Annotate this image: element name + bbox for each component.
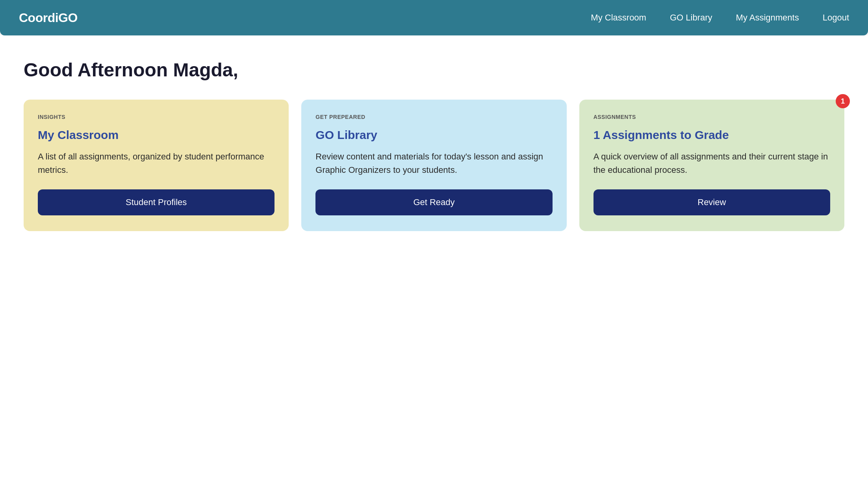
greeting-text: Good Afternoon Magda, [24,59,844,81]
assignments-badge: 1 [836,94,850,108]
nav-my-classroom[interactable]: My Classroom [591,13,646,23]
card-assignments-category: ASSIGNMENTS [594,114,830,120]
cards-container: INSIGHTS My Classroom A list of all assi… [24,100,844,231]
card-get-prepared-title: GO Library [315,128,552,142]
card-insights-category: INSIGHTS [38,114,274,120]
review-button[interactable]: Review [594,189,830,215]
card-insights: INSIGHTS My Classroom A list of all assi… [24,100,289,231]
main-content: Good Afternoon Magda, INSIGHTS My Classr… [0,35,868,489]
nav-logout[interactable]: Logout [823,13,849,23]
get-ready-button[interactable]: Get Ready [315,189,552,215]
card-get-prepared-category: GET PREPEARED [315,114,552,120]
card-insights-description: A list of all assignments, organized by … [38,150,274,177]
card-get-prepared: GET PREPEARED GO Library Review content … [301,100,566,231]
student-profiles-button[interactable]: Student Profiles [38,189,274,215]
card-assignments-title: 1 Assignments to Grade [594,128,830,142]
card-get-prepared-description: Review content and materials for today's… [315,150,552,177]
card-assignments-description: A quick overview of all assignments and … [594,150,830,177]
main-nav: My Classroom GO Library My Assignments L… [591,13,849,23]
card-insights-title: My Classroom [38,128,274,142]
nav-my-assignments[interactable]: My Assignments [736,13,799,23]
nav-go-library[interactable]: GO Library [670,13,712,23]
app-logo: CoordiGO [19,11,78,25]
card-assignments: 1 ASSIGNMENTS 1 Assignments to Grade A q… [579,100,844,231]
app-header: CoordiGO My Classroom GO Library My Assi… [0,0,868,35]
